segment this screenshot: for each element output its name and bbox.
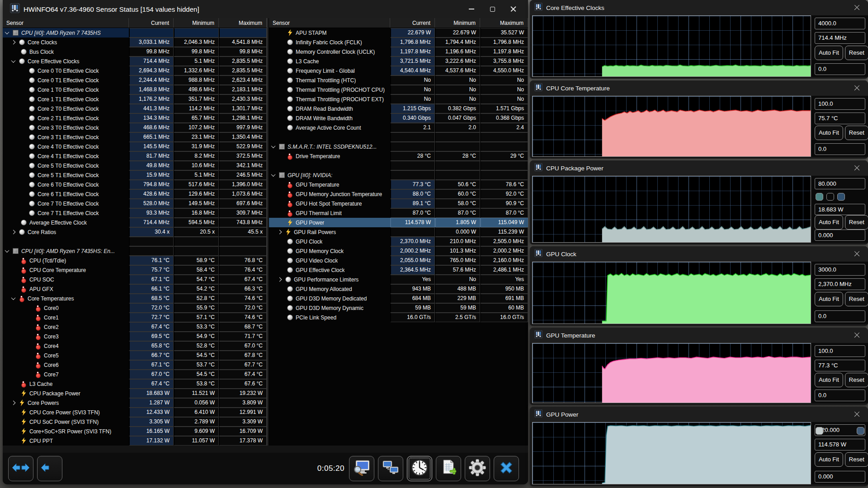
reset-button[interactable]: Reset [845,452,868,467]
color-swatch[interactable] [826,193,834,201]
sensor-graph[interactable] [532,15,811,77]
section-row[interactable]: S.M.A.R.T.: INTEL SSDPEKNU512... [269,142,528,151]
column-header-current[interactable]: Current [390,18,435,28]
chevron-right-icon[interactable] [11,40,16,45]
panel-titlebar[interactable]: CPU Package Power [530,160,868,176]
settings-button[interactable] [465,456,490,481]
sensor-row[interactable]: Core Ratios30.4 x20.5 x45.5 x [3,227,267,237]
sensor-row[interactable]: APU STAPM22.679 W22.679 W35.527 W [269,28,528,38]
sensor-row[interactable]: Core Temperatures68.5 °C52.8 °C74.6 °C [3,294,267,303]
sensor-graph[interactable] [532,343,811,403]
sensor-row[interactable]: Core Powers1.287 W0.056 W3.809 W [3,398,267,408]
sensor-row[interactable]: Core Effective Clocks714.4 MHz5.1 MHz2,8… [3,56,267,66]
sensor-row[interactable]: CPU Core Power (SVI3 TFN)12.433 W6.410 W… [3,408,267,417]
sensor-row[interactable]: Core172.7 °C57.1 °C74.6 °C [3,313,267,322]
logging-button[interactable] [436,456,461,481]
sensor-row[interactable]: CPU PPT17.132 W11.057 W17.378 W [3,436,267,446]
panel-close-button[interactable] [850,162,863,174]
chevron-right-icon[interactable] [278,277,282,282]
sensor-row[interactable]: Core767.0 °C54.5 °C67.4 °C [3,370,267,379]
reset-button[interactable]: Reset [845,126,868,140]
column-header-minimum[interactable]: Minimum [174,18,219,28]
sensor-row[interactable]: GPU Memory Junction Temperature88.0 °C60… [269,189,528,199]
chevron-right-icon[interactable] [278,230,282,235]
column-header-sensor[interactable]: Sensor [3,18,129,28]
panel-close-button[interactable] [850,82,863,94]
sensor-row[interactable]: Memory Controller Clock (UCLK)1,197.8 MH… [269,47,528,56]
reset-button[interactable]: Reset [845,373,868,387]
sensor-row[interactable]: Average Active Core Count2.12.02.4 [269,123,528,132]
sensor-row[interactable]: Core+SoC+SR Power (SVI3 TFN)16.165 W9.60… [3,427,267,436]
section-row[interactable]: CPU [#0]: AMD Ryzen 7 7435HS [3,28,267,38]
sensor-row[interactable]: Core 1 T1 Effective Clock1,176.2 MHz351.… [3,94,267,104]
chevron-down-icon[interactable] [271,144,276,148]
system-summary-button[interactable] [349,456,374,481]
sensor-row[interactable]: Core667.1 °C53.7 °C67.7 °C [3,360,267,370]
panel-close-button[interactable] [850,2,863,14]
sensor-row[interactable]: Bus Clock99.8 MHz99.8 MHz99.8 MHz [3,47,267,56]
auto-fit-button[interactable]: Auto Fit [815,292,843,306]
remote-monitoring-button[interactable] [378,456,403,481]
sensor-row[interactable]: PCIe Link Speed16.0 GT/s2.5 GT/s16.0 GT/… [269,313,528,322]
sensor-row[interactable]: Core267.4 °C53.3 °C68.7 °C [3,322,267,332]
sensor-row[interactable]: GPU Rail Powers0.000 W115.239 W [269,227,528,237]
minimize-button[interactable] [461,0,482,18]
expand-columns-button[interactable] [8,456,33,481]
sensor-row[interactable]: Thermal Throttling (PROCHOT EXT)NoNoNo [269,94,528,104]
panel-titlebar[interactable]: GPU Power [530,407,868,422]
sensor-row[interactable]: GPU Temperature77.3 °C50.6 °C78.6 °C [269,180,528,189]
sensor-row[interactable]: DRAM Read Bandwidth1.215 Gbps0.382 Gbps1… [269,104,528,113]
sensor-graph[interactable] [532,262,811,324]
sensor-row[interactable]: Drive Temperature28 °C28 °C29 °C [269,151,528,161]
column-header-current[interactable]: Current [129,18,174,28]
auto-fit-button[interactable]: Auto Fit [815,126,843,140]
sensor-row[interactable]: CPU SOC67.1 °C54.7 °C67.4 °C [3,275,267,284]
auto-fit-button[interactable]: Auto Fit [815,373,843,387]
panel-close-button[interactable] [850,248,863,260]
window-titlebar[interactable]: HWiNFO64 v7.36-4960 Sensor Status [154 v… [3,0,528,18]
sensor-row[interactable]: GPU Effective Clock2,364.5 MHz57.6 MHz2,… [269,265,528,275]
sensor-row[interactable]: Thermal Throttling (HTC)NoNoNo [269,75,528,85]
panel-close-button[interactable] [850,329,863,341]
sensor-row[interactable]: Core 4 T1 Effective Clock81.7 MHz8.2 MHz… [3,151,267,161]
sensor-row[interactable]: CPU (Tctl/Tdie)76.1 °C58.9 °C76.8 °C [3,256,267,265]
chevron-down-icon[interactable] [5,30,9,34]
chevron-right-icon[interactable] [11,401,16,405]
panel-close-button[interactable] [850,408,863,420]
sensor-row[interactable]: GPU Memory Allocated943 MB488 MB950 MB [269,284,528,294]
sensor-row[interactable]: Thermal Throttling (PROCHOT CPU)NoNoNo [269,85,528,94]
color-swatch[interactable] [816,427,823,435]
uptime-clock-button[interactable] [407,456,432,481]
sensor-row[interactable]: DRAM Write Bandwidth0.340 Gbps0.047 Gbps… [269,113,528,123]
maximize-button[interactable] [482,0,503,18]
sensor-row[interactable]: GPU Performance LimitersYesNoYes [269,275,528,284]
sensor-row[interactable]: GPU D3D Memory Dedicated684 MB229 MB691 … [269,294,528,303]
sensor-row[interactable]: Core566.7 °C54.5 °C67.8 °C [3,351,267,360]
sensor-row[interactable]: Average Effective Clock714.4 MHz594.5 MH… [3,218,267,227]
section-row[interactable]: CPU [#0]: AMD Ryzen 7 7435HS: En... [3,246,267,256]
reset-button[interactable]: Reset [845,46,868,60]
chevron-right-icon[interactable] [11,230,16,235]
sensor-graph[interactable] [532,176,811,243]
sensor-row[interactable]: Core 6 T1 Effective Clock428.6 MHz129.6 … [3,189,267,199]
sensor-row[interactable]: GPU D3D Memory Dynamic59 MB59 MB60 MB [269,303,528,313]
sensor-row[interactable]: GPU Video Clock2,055.0 MHz765.0 MHz2,160… [269,256,528,265]
chevron-down-icon[interactable] [11,58,16,63]
sensor-row[interactable]: APU GFX66.1 °C54.2 °C66.3 °C [3,284,267,294]
chevron-down-icon[interactable] [5,248,9,253]
reset-button[interactable]: Reset [845,215,868,230]
sensor-row[interactable]: Infinity Fabric Clock (FCLK)1,796.8 MHz1… [269,38,528,47]
sensor-row[interactable]: CPU Package Power18.683 W11.521 W19.232 … [3,389,267,398]
column-header-minimum[interactable]: Minimum [435,18,480,28]
sensor-row[interactable]: Core 0 T1 Effective Clock2,244.4 MHz988.… [3,75,267,85]
sensor-graph[interactable] [532,422,811,484]
panel-titlebar[interactable]: GPU Clock [530,246,868,262]
sensor-row[interactable]: Core 3 T0 Effective Clock468.6 MHz107.2 … [3,123,267,132]
sensor-row[interactable]: Core 2 T1 Effective Clock134.3 MHz65.7 M… [3,113,267,123]
sensor-row[interactable]: Core 7 T1 Effective Clock93.3 MHz16.8 MH… [3,208,267,218]
sensor-graph[interactable] [532,96,811,157]
sensor-row[interactable]: L3 Cache3,721.5 MHz3,222.6 MHz3,755.8 MH… [269,56,528,66]
column-header-maximum[interactable]: Maximum [480,18,528,28]
sensor-row[interactable]: Core 6 T0 Effective Clock794.8 MHz517.6 … [3,180,267,189]
sensor-row[interactable]: Core 5 T0 Effective Clock49.8 MHz10.6 MH… [3,161,267,170]
